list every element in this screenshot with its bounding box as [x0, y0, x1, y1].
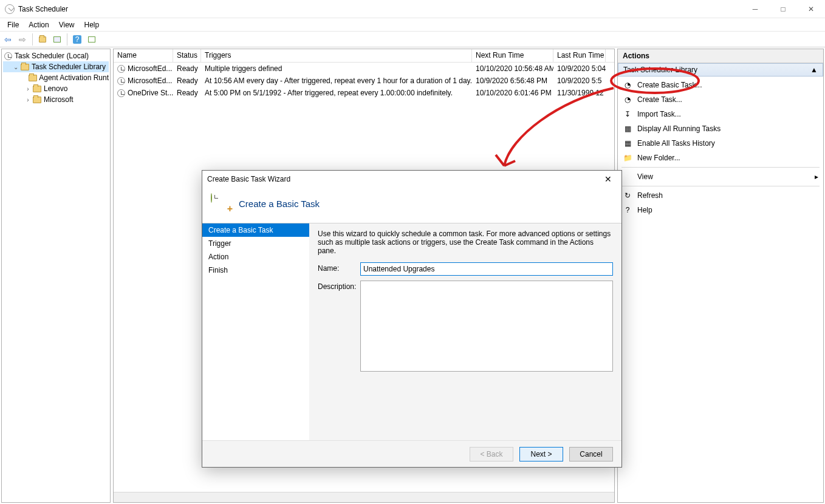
tree-child-1[interactable]: › Lenovo — [3, 83, 109, 94]
step-action[interactable]: Action — [202, 250, 309, 264]
task-last-run: 10/9/2020 5:04 — [553, 63, 606, 74]
maximize-button[interactable]: □ — [769, 0, 797, 18]
action-view[interactable]: View▸ — [618, 169, 823, 184]
task-row[interactable]: MicrosoftEd...ReadyAt 10:56 AM every day… — [114, 75, 614, 87]
menu-view[interactable]: View — [54, 19, 80, 30]
col-name[interactable]: Name — [114, 49, 173, 62]
col-triggers[interactable]: Triggers — [201, 49, 472, 62]
col-status[interactable]: Status — [173, 49, 201, 62]
task-last-run: 11/30/1999 12 — [553, 87, 606, 98]
action-icon — [623, 172, 632, 182]
menu-action[interactable]: Action — [24, 19, 53, 30]
wizard-icon — [211, 194, 230, 213]
task-last-run: 10/9/2020 5:5 — [553, 75, 606, 86]
help-button[interactable]: ? — [70, 33, 84, 46]
action-label: Display All Running Tasks — [637, 124, 721, 133]
menu-help[interactable]: Help — [80, 19, 104, 30]
collapse-icon[interactable]: ⌄ — [12, 64, 20, 70]
task-next-run: 10/10/2020 10:56:48 AM — [472, 63, 553, 74]
tree-library-label: Task Scheduler Library — [32, 63, 106, 71]
wizard-intro: Use this wizard to quickly schedule a co… — [318, 230, 613, 255]
col-last-run[interactable]: Last Run Time — [553, 49, 606, 62]
folder-icon — [29, 73, 37, 83]
tree-child-label: Lenovo — [44, 84, 67, 93]
name-input[interactable] — [360, 262, 613, 276]
task-next-run: 10/10/2020 6:01:46 PM — [472, 87, 553, 98]
action-display-all-running-tasks[interactable]: ▦Display All Running Tasks — [618, 121, 823, 136]
col-next-run[interactable]: Next Run Time — [472, 49, 553, 62]
task-status: Ready — [173, 87, 201, 98]
show-hide-tree-button[interactable] — [36, 33, 49, 46]
step-trigger[interactable]: Trigger — [202, 237, 309, 250]
folder-icon — [32, 95, 42, 104]
actions-list: ◔Create Basic Task...◔Create Task...↧Imp… — [618, 77, 823, 219]
action-icon: ◔ — [623, 95, 632, 104]
step-create[interactable]: Create a Basic Task — [202, 223, 309, 237]
action-create-task[interactable]: ◔Create Task... — [618, 92, 823, 107]
action-refresh[interactable]: ↻Refresh — [618, 188, 823, 203]
dialog-close-button[interactable]: ✕ — [600, 172, 617, 186]
action-icon: ◔ — [623, 80, 632, 90]
back-button[interactable]: ⇦ — [1, 33, 15, 46]
task-status: Ready — [173, 63, 201, 74]
action-label: Enable All Tasks History — [637, 139, 715, 148]
task-icon — [117, 65, 125, 73]
dialog-buttons: < Back Next > Cancel — [202, 440, 621, 467]
cancel-button[interactable]: Cancel — [569, 447, 613, 461]
actions-section-label: Task Scheduler Library — [623, 66, 697, 74]
tree-child-2[interactable]: › Microsoft — [3, 94, 109, 105]
collapse-icon: ▲ — [810, 66, 818, 74]
action-label: Create Task... — [637, 95, 682, 104]
action-icon: ↻ — [623, 191, 632, 200]
dialog-header: Create a Basic Task — [202, 188, 621, 223]
submenu-arrow-icon: ▸ — [815, 172, 818, 181]
task-name: MicrosoftEd... — [128, 64, 172, 73]
action-import-task[interactable]: ↧Import Task... — [618, 107, 823, 121]
wizard-form: Use this wizard to quickly schedule a co… — [309, 223, 621, 440]
task-triggers: At 5:00 PM on 5/1/1992 - After triggered… — [201, 87, 472, 98]
toolbar-btn-3[interactable] — [85, 33, 98, 46]
expand-icon[interactable]: › — [24, 86, 32, 92]
task-icon — [117, 77, 125, 85]
action-label: Help — [637, 206, 652, 214]
expand-icon[interactable]: › — [24, 97, 32, 103]
description-input[interactable] — [360, 281, 613, 372]
toolbar-btn-2[interactable] — [50, 33, 64, 46]
folder-icon — [32, 84, 42, 94]
app-icon — [5, 4, 15, 14]
action-icon: ↧ — [623, 109, 632, 119]
tree-child-0[interactable]: Agent Activation Runt — [3, 72, 109, 83]
titlebar: Task Scheduler ─ □ ✕ — [0, 0, 825, 18]
task-row[interactable]: MicrosoftEd...ReadyMultiple triggers def… — [114, 63, 614, 75]
menu-file[interactable]: File — [2, 19, 24, 30]
action-icon: ▦ — [623, 138, 632, 148]
close-button[interactable]: ✕ — [797, 0, 825, 18]
action-new-folder[interactable]: 📁New Folder... — [618, 151, 823, 165]
scheduler-icon — [3, 51, 13, 61]
action-create-basic-task[interactable]: ◔Create Basic Task... — [618, 78, 823, 92]
task-triggers: Multiple triggers defined — [201, 63, 472, 74]
minimize-button[interactable]: ─ — [741, 0, 769, 18]
dialog-heading: Create a Basic Task — [239, 199, 320, 209]
horizontal-scrollbar[interactable] — [114, 492, 614, 502]
task-name: MicrosoftEd... — [128, 77, 172, 85]
window-title: Task Scheduler — [18, 5, 68, 13]
task-triggers: At 10:56 AM every day - After triggered,… — [201, 75, 472, 86]
step-finish[interactable]: Finish — [202, 264, 309, 277]
tree-library[interactable]: ⌄ Task Scheduler Library — [3, 61, 109, 72]
actions-section[interactable]: Task Scheduler Library ▲ — [618, 63, 823, 77]
next-button[interactable]: Next > — [519, 447, 563, 461]
tree-root[interactable]: Task Scheduler (Local) — [3, 50, 109, 61]
task-row[interactable]: OneDrive St...ReadyAt 5:00 PM on 5/1/199… — [114, 87, 614, 99]
action-icon: 📁 — [623, 153, 632, 163]
description-label: Description: — [318, 281, 360, 372]
action-enable-all-tasks-history[interactable]: ▦Enable All Tasks History — [618, 136, 823, 151]
task-icon — [117, 89, 125, 97]
tree-child-label: Agent Activation Runt — [39, 73, 109, 82]
action-label: Refresh — [637, 191, 663, 200]
action-help[interactable]: ?Help — [618, 203, 823, 217]
name-label: Name: — [318, 262, 360, 276]
tree-root-label: Task Scheduler (Local) — [15, 52, 89, 60]
action-label: New Folder... — [637, 154, 680, 162]
forward-button[interactable]: ⇨ — [16, 33, 29, 46]
